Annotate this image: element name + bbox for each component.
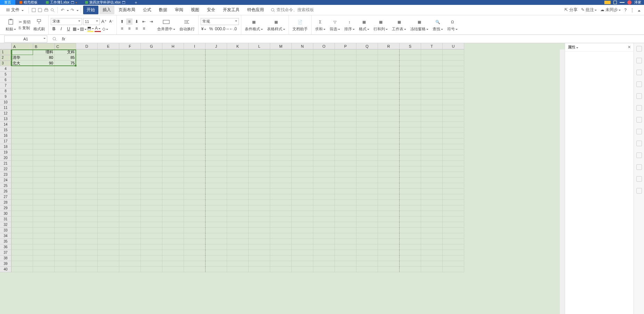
cell[interactable] [33,172,55,178]
cell[interactable] [98,211,119,217]
cell[interactable] [313,200,335,205]
cell[interactable] [443,66,464,72]
cell[interactable] [421,94,443,100]
cell[interactable] [421,189,443,194]
cell[interactable] [11,139,33,144]
cell[interactable] [98,144,119,150]
cell[interactable] [313,66,335,72]
col-header[interactable]: T [421,43,443,49]
col-header[interactable]: P [335,43,356,49]
cell[interactable] [335,256,356,261]
cell[interactable] [33,72,55,77]
cell[interactable] [335,194,356,200]
cell[interactable] [184,144,206,150]
paste-button[interactable]: 粘贴 [4,18,17,32]
cell[interactable] [206,228,227,233]
cell[interactable] [400,83,421,88]
cell[interactable] [400,72,421,77]
cell[interactable] [378,100,400,105]
cell[interactable] [335,127,356,133]
cell[interactable] [184,183,206,189]
cell[interactable] [33,83,55,88]
cell[interactable] [421,66,443,72]
cell[interactable] [33,161,55,166]
cell[interactable] [11,183,33,189]
cell[interactable] [98,228,119,233]
cell[interactable] [335,228,356,233]
cell[interactable] [292,256,313,261]
cell[interactable] [206,194,227,200]
cell[interactable] [249,228,270,233]
tab-workbook1[interactable]: 工作簿1.xlsx🗖• [42,0,81,5]
cell[interactable] [33,88,55,94]
cell[interactable] [162,217,184,222]
cell[interactable] [76,83,98,88]
cell[interactable] [356,105,378,111]
cell[interactable] [335,211,356,217]
cell[interactable] [378,250,400,256]
cell[interactable] [119,55,141,61]
cell[interactable] [292,233,313,239]
cell[interactable] [400,155,421,161]
minimize-icon[interactable] [620,2,625,3]
cell[interactable] [335,267,356,272]
cell[interactable] [378,200,400,205]
cell[interactable] [400,189,421,194]
tool-style-icon[interactable] [636,70,642,75]
cell[interactable] [11,105,33,111]
cell[interactable] [119,178,141,183]
col-header[interactable]: E [98,43,119,49]
sum-button[interactable]: Σ求和 [314,18,327,32]
cell[interactable] [356,111,378,116]
command-search[interactable]: 查找命令、搜索模板 [271,7,314,13]
cell[interactable] [356,88,378,94]
cell[interactable] [249,72,270,77]
cell[interactable] [400,261,421,267]
cell[interactable] [270,211,292,217]
cell[interactable] [141,161,162,166]
cell[interactable] [184,205,206,211]
cell[interactable] [162,94,184,100]
cell[interactable] [335,150,356,155]
cell[interactable] [292,161,313,166]
cell[interactable]: 80 [33,55,55,61]
cell[interactable] [443,250,464,256]
cell[interactable] [227,122,249,127]
cell[interactable] [378,94,400,100]
cell[interactable] [227,150,249,155]
cell[interactable] [33,261,55,267]
cell[interactable] [227,133,249,139]
cell[interactable] [270,77,292,83]
row-header[interactable]: 25 [0,183,11,189]
col-header[interactable]: N [292,43,313,49]
cell[interactable] [421,166,443,172]
cell[interactable] [55,261,76,267]
cell[interactable] [141,127,162,133]
cell[interactable] [206,116,227,122]
cell[interactable] [76,233,98,239]
cell[interactable] [378,72,400,77]
cell[interactable] [443,200,464,205]
cell[interactable] [33,127,55,133]
rowcol-button[interactable]: ▦行和列 [372,18,389,32]
wrap-button[interactable]: 自动换行 [178,18,196,32]
cell[interactable] [76,94,98,100]
row-header[interactable]: 32 [0,222,11,228]
zoom-icon[interactable] [52,37,57,41]
cell[interactable] [33,256,55,261]
cell[interactable] [421,155,443,161]
cell[interactable] [270,122,292,127]
cell[interactable]: 75 [55,61,76,66]
cell[interactable] [184,49,206,55]
cell[interactable] [184,261,206,267]
cell[interactable] [141,77,162,83]
cell[interactable] [356,205,378,211]
cell[interactable] [227,205,249,211]
cell[interactable] [270,105,292,111]
cell[interactable] [76,72,98,77]
cell[interactable] [184,217,206,222]
cell[interactable] [184,267,206,272]
cell[interactable] [356,155,378,161]
cell[interactable] [356,83,378,88]
cell[interactable] [249,61,270,66]
